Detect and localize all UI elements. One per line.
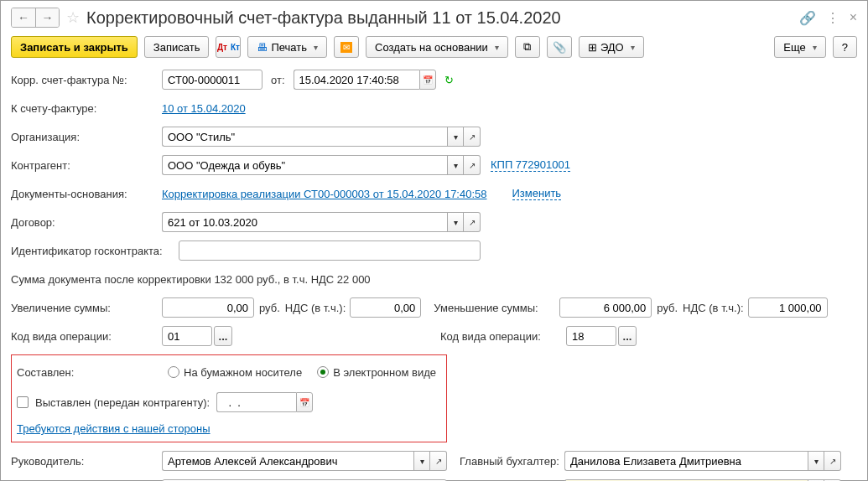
rub-label-1: руб. [259,302,280,314]
contract-input[interactable] [162,212,447,232]
decrease-label: Уменьшение суммы: [434,302,559,314]
to-invoice-link[interactable]: 10 от 15.04.2020 [162,102,246,115]
op-code-choose-2[interactable]: ... [618,326,637,346]
to-invoice-label: К счету-фактуре: [11,102,162,115]
refresh-icon[interactable]: ↻ [444,74,454,86]
save-close-button[interactable]: Записать и закрыть [11,36,138,58]
edo-button[interactable]: ⊞ ЭДО [579,36,644,58]
contract-dropdown-icon[interactable]: ▾ [447,212,464,232]
op-code-input-1[interactable] [162,326,212,346]
vat-label-1: НДС (в т.ч.): [285,302,346,314]
gov-id-label: Идентификатор госконтракта: [11,245,179,257]
increase-vat-input[interactable] [350,297,421,318]
chief-acc-label: Главный бухгалтер: [460,455,564,468]
contract-open-icon[interactable]: ↗ [464,212,481,232]
print-button[interactable]: 🖶 Печать [247,36,327,58]
action-required-link[interactable]: Требуются действия с нашей стороны [17,422,211,435]
star-icon[interactable]: ☆ [66,8,80,27]
org-input[interactable] [162,127,447,147]
counterparty-input[interactable] [162,155,447,175]
counterparty-dropdown-icon[interactable]: ▾ [447,155,464,175]
radio-electronic[interactable]: В электронном виде [317,366,436,379]
op-code-label-1: Код вида операции: [11,330,162,343]
chief-acc-input[interactable] [564,451,808,471]
increase-label: Увеличение суммы: [11,302,162,314]
help-button[interactable]: ? [833,36,857,58]
decrease-sum-input[interactable] [559,297,652,318]
counterparty-label: Контрагент: [11,159,162,172]
email-button[interactable]: ✉ [334,36,359,58]
create-based-button[interactable]: Создать на основании [366,36,508,58]
corr-number-label: Корр. счет-фактура №: [11,74,162,86]
change-link[interactable]: Изменить [512,187,562,200]
date-input[interactable] [294,70,419,90]
more-menu-icon[interactable]: ⋮ [826,10,839,26]
from-label: от: [271,74,285,86]
forward-button[interactable]: → [35,8,59,27]
issued-date-input[interactable] [216,392,296,412]
issued-checkbox[interactable] [17,396,29,408]
contract-label: Договор: [11,216,162,229]
op-code-label-2: Код вида операции: [440,330,566,343]
back-button[interactable]: ← [12,8,35,27]
manager-open-icon[interactable]: ↗ [430,451,447,471]
org-open-icon[interactable]: ↗ [464,127,481,147]
op-code-choose-1[interactable]: ... [214,326,232,346]
link-icon[interactable]: 🔗 [799,10,816,26]
calendar-icon[interactable]: 📅 [419,70,436,90]
rub-label-2: руб. [657,302,678,314]
decrease-vat-input[interactable] [748,297,828,318]
close-icon[interactable]: × [850,10,857,25]
chief-acc-dropdown-icon[interactable]: ▾ [808,451,824,471]
dtkt-button[interactable]: ДтКт [216,36,241,58]
op-code-input-2[interactable] [566,326,616,346]
counterparty-open-icon[interactable]: ↗ [464,155,481,175]
sum-after-label: Сумма документа после корректировки 132 … [11,273,371,286]
basis-link[interactable]: Корректировка реализации СТ00-000003 от … [162,188,487,200]
more-button[interactable]: Еще [774,36,825,58]
increase-sum-input[interactable] [162,297,254,318]
manager-label: Руководитель: [11,455,162,468]
related-button[interactable]: ⧉ [515,36,540,58]
number-input[interactable] [162,70,262,90]
chief-acc-open-icon[interactable]: ↗ [824,451,841,471]
issued-calendar-icon[interactable]: 📅 [296,392,313,412]
org-label: Организация: [11,131,162,143]
basis-docs-label: Документы-основания: [11,188,162,200]
attach-button[interactable]: 📎 [547,36,572,58]
radio-paper[interactable]: На бумажном носителе [168,366,302,379]
manager-input[interactable] [162,451,413,471]
composition-group: Составлен: На бумажном носителе В электр… [11,354,447,442]
issued-label: Выставлен (передан контрагенту): [35,396,210,409]
manager-dropdown-icon[interactable]: ▾ [413,451,430,471]
org-dropdown-icon[interactable]: ▾ [447,127,464,147]
save-button[interactable]: Записать [144,36,210,58]
page-title: Корректировочный счет-фактура выданный 1… [86,8,793,28]
kpp-link[interactable]: КПП 772901001 [491,158,570,172]
gov-id-input[interactable] [179,240,481,261]
vat-label-2: НДС (в т.ч.): [683,302,744,314]
composed-label: Составлен: [17,366,168,379]
